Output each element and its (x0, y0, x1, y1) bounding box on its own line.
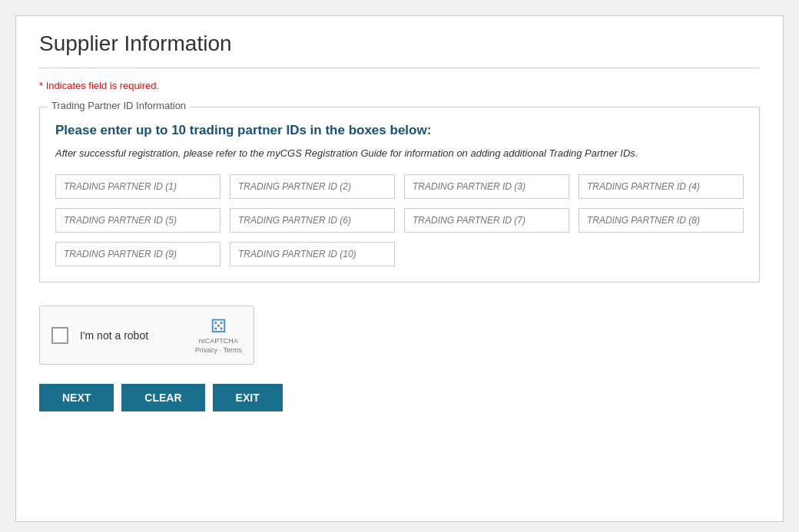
captcha-box[interactable]: I'm not a robot ⚄ reCAPTCHAPrivacy · Ter… (39, 306, 254, 365)
section-subtext: After successful registration, please re… (55, 147, 744, 159)
page-title: Supplier Information (39, 31, 760, 56)
captcha-checkbox[interactable] (51, 327, 68, 344)
clear-button[interactable]: CLEAR (121, 384, 204, 411)
bottom-section: I'm not a robot ⚄ reCAPTCHAPrivacy · Ter… (39, 298, 760, 411)
trading-partner-id-input-4[interactable] (579, 174, 744, 199)
captcha-logo-area: ⚄ reCAPTCHAPrivacy · Terms (195, 316, 242, 355)
required-note: * Indicates field is required. (39, 80, 760, 91)
trading-partner-id-input-2[interactable] (230, 174, 395, 199)
trading-partner-id-input-1[interactable] (55, 174, 220, 199)
page-container: Supplier Information * Indicates field i… (15, 15, 784, 522)
required-asterisk: * (39, 80, 43, 91)
divider (39, 68, 760, 68)
trading-partner-id-input-3[interactable] (404, 174, 569, 199)
trading-partner-id-input-5[interactable] (55, 208, 220, 233)
trading-partner-id-input-7[interactable] (404, 208, 569, 233)
section-heading: Please enter up to 10 trading partner ID… (55, 123, 744, 138)
trading-partner-id-input-10[interactable] (230, 242, 395, 266)
button-row: NEXT CLEAR EXIT (39, 384, 760, 411)
exit-button[interactable]: EXIT (213, 384, 283, 411)
input-grid (55, 174, 744, 266)
trading-partner-id-input-6[interactable] (230, 208, 395, 233)
captcha-label: I'm not a robot (80, 329, 187, 342)
trading-partner-id-input-9[interactable] (55, 242, 220, 266)
trading-partner-id-fieldset: Trading Partner ID Information Please en… (39, 107, 760, 283)
trading-partner-id-input-8[interactable] (579, 208, 744, 233)
recaptcha-icon: ⚄ (211, 316, 227, 337)
next-button[interactable]: NEXT (39, 384, 114, 411)
fieldset-legend: Trading Partner ID Information (48, 100, 190, 111)
recaptcha-brand: reCAPTCHAPrivacy · Terms (195, 337, 242, 355)
